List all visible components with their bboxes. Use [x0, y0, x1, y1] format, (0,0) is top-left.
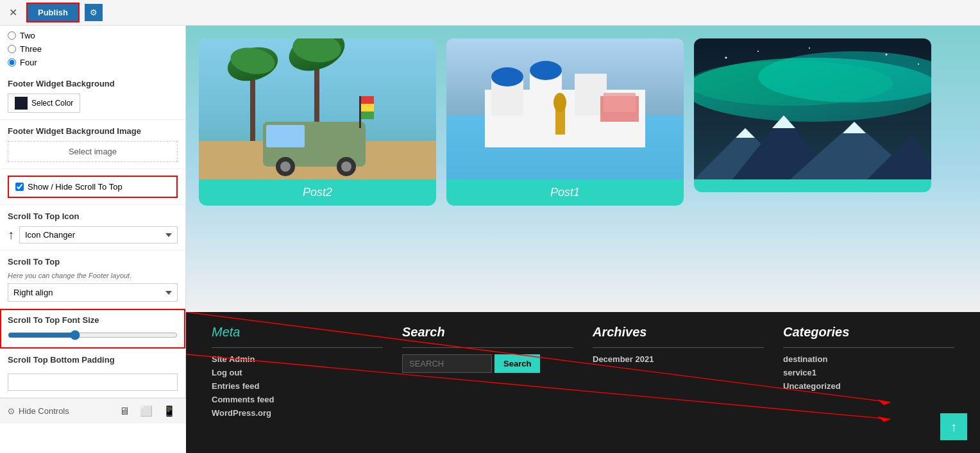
post-card-1-label: Post2 — [199, 179, 436, 206]
show-hide-scroll-section: Show / Hide Scroll To Top — [0, 169, 185, 205]
circle-icon: ⊙ — [8, 406, 15, 416]
svg-point-25 — [491, 67, 523, 86]
footer-columns: Meta Site Admin Log out Entries feed Com… — [212, 325, 954, 422]
scroll-bottom-padding-label: Scroll Top Bottom Padding — [8, 355, 178, 365]
svg-point-46 — [809, 47, 810, 49]
padding-input[interactable] — [8, 374, 178, 391]
footer-widget-bg-section: Footer Widget Background Select Color — [0, 72, 185, 120]
svg-point-12 — [280, 161, 291, 172]
scroll-to-top-button[interactable]: ↑ — [940, 413, 967, 440]
right-content: Post2 — [186, 26, 980, 453]
svg-point-30 — [553, 93, 566, 112]
select-color-button[interactable]: Select Color — [8, 94, 80, 113]
scroll-font-size-section: Scroll To Top Font Size — [0, 309, 185, 349]
footer-cat-service1[interactable]: service1 — [783, 368, 954, 377]
footer-search-title: Search — [402, 325, 573, 340]
footer-search-row: Search — [402, 354, 573, 373]
footer-widget-bg-label: Footer Widget Background — [8, 79, 178, 88]
footer-meta-divider — [212, 347, 383, 348]
footer-link-wordpress-org[interactable]: WordPress.org — [212, 408, 383, 418]
footer-search-input[interactable] — [402, 354, 492, 373]
post-card-3 — [694, 38, 931, 192]
svg-rect-9 — [266, 125, 305, 147]
main-layout: Two Three Four Footer Widget Background … — [0, 26, 980, 453]
footer-link-comments-feed[interactable]: Comments feed — [212, 395, 383, 404]
show-hide-scroll-label[interactable]: Show / Hide Scroll To Top — [8, 176, 178, 198]
card-img-aurora — [694, 38, 931, 179]
footer-cat-destination[interactable]: destination — [783, 354, 954, 364]
scroll-font-size-label: Scroll To Top Font Size — [8, 315, 178, 325]
tablet-view-button[interactable]: ⬜ — [137, 404, 155, 418]
footer-cat-uncategorized[interactable]: Uncategorized — [783, 381, 954, 391]
font-size-slider-container — [8, 330, 178, 342]
post-card-2: Post1 — [446, 38, 684, 206]
view-icons: 🖥 ⬜ 📱 — [117, 404, 178, 418]
radio-two-label: Two — [20, 31, 35, 40]
desktop-view-button[interactable]: 🖥 — [117, 404, 132, 418]
close-button[interactable]: ✕ — [5, 5, 21, 20]
van-illustration — [199, 38, 436, 179]
radio-four-input[interactable] — [8, 58, 16, 67]
column-radio-group: Two Three Four — [0, 26, 185, 72]
color-swatch — [15, 97, 28, 110]
gear-button[interactable]: ⚙ — [85, 4, 103, 21]
svg-point-34 — [694, 61, 893, 106]
cards-area: Post2 — [186, 26, 980, 312]
left-panel: Two Three Four Footer Widget Background … — [0, 26, 186, 398]
scroll-bottom-padding-section: Scroll Top Bottom Padding — [0, 349, 185, 398]
mobile-view-button[interactable]: 📱 — [160, 404, 178, 418]
radio-three-label: Three — [20, 44, 42, 54]
svg-rect-18 — [361, 111, 374, 119]
scroll-to-top-helper: Here you can change the Footer layout. — [8, 272, 178, 279]
post-card-1: Post2 — [199, 38, 436, 206]
show-hide-scroll-checkbox[interactable] — [15, 183, 24, 191]
footer-categories-divider — [783, 347, 954, 348]
select-image-button[interactable]: Select image — [8, 141, 178, 162]
radio-four[interactable]: Four — [8, 58, 178, 67]
svg-point-45 — [918, 63, 919, 65]
card-img-island — [446, 38, 684, 179]
font-size-slider[interactable] — [8, 330, 178, 340]
footer-archives-dec2021[interactable]: December 2021 — [593, 354, 764, 364]
svg-point-42 — [725, 57, 727, 59]
footer-widget-bg-image-section: Footer Widget Background Image Select im… — [0, 120, 185, 169]
left-panel-wrapper: Two Three Four Footer Widget Background … — [0, 26, 186, 453]
post-card-3-label — [694, 179, 931, 192]
bottom-bar: ⊙ Hide Controls 🖥 ⬜ 📱 — [0, 398, 186, 424]
publish-button[interactable]: Publish — [26, 3, 80, 22]
svg-rect-15 — [359, 96, 361, 128]
footer-widget-bg-image-label: Footer Widget Background Image — [8, 126, 178, 136]
select-color-label: Select Color — [31, 99, 73, 108]
radio-two-input[interactable] — [8, 31, 16, 40]
footer-archives-column: Archives December 2021 — [593, 325, 764, 422]
arrow-up-icon: ↑ — [8, 227, 14, 242]
aurora-illustration — [694, 38, 931, 179]
scroll-to-top-label: Scroll To Top — [8, 257, 178, 267]
top-bar: ✕ Publish ⚙ — [0, 0, 980, 26]
card-img-van — [199, 38, 436, 179]
radio-two[interactable]: Two — [8, 31, 178, 40]
show-hide-scroll-text: Show / Hide Scroll To Top — [28, 182, 122, 192]
scroll-to-top-section: Scroll To Top Here you can change the Fo… — [0, 251, 185, 309]
align-select[interactable]: Right align Left align Center align — [8, 283, 178, 302]
scroll-to-top-icon-section: Scroll To Top Icon ↑ Icon Changer — [0, 205, 185, 251]
footer-search-button[interactable]: Search — [494, 354, 540, 373]
svg-rect-10 — [308, 128, 359, 147]
hide-controls-button[interactable]: ⊙ Hide Controls — [8, 406, 69, 416]
svg-rect-28 — [604, 93, 636, 112]
hide-controls-label: Hide Controls — [19, 406, 69, 416]
island-illustration — [446, 38, 684, 179]
svg-point-44 — [886, 54, 888, 56]
footer-archives-title: Archives — [593, 325, 764, 340]
footer-categories-column: Categories destination service1 Uncatego… — [783, 325, 954, 422]
radio-three-input[interactable] — [8, 45, 16, 53]
footer-link-logout[interactable]: Log out — [212, 368, 383, 377]
radio-three[interactable]: Three — [8, 44, 178, 54]
icon-changer-select[interactable]: Icon Changer — [19, 226, 178, 243]
footer-link-entries-feed[interactable]: Entries feed — [212, 381, 383, 391]
svg-rect-16 — [361, 96, 374, 104]
footer-link-site-admin[interactable]: Site Admin — [212, 354, 383, 364]
footer-search-column: Search Search — [402, 325, 573, 422]
footer-categories-title: Categories — [783, 325, 954, 340]
post-card-2-label: Post1 — [446, 179, 684, 206]
